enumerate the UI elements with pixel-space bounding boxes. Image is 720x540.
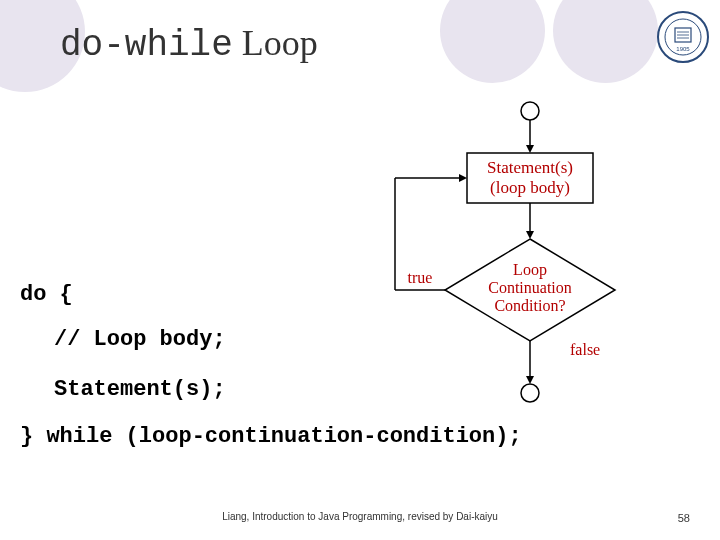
false-label: false [570,341,600,358]
code-line-statement: Statement(s); [54,375,226,406]
svg-marker-14 [459,174,467,182]
flowchart-diagram: Statement(s) (loop body) Loop Continuati… [365,95,695,405]
box-text-line2: (loop body) [490,178,570,197]
code-line-do: do { [20,280,73,311]
university-logo: 1905 [656,10,710,64]
svg-text:1905: 1905 [676,46,690,52]
decorative-circle [553,0,658,83]
svg-marker-10 [526,231,534,239]
svg-marker-8 [526,145,534,153]
diamond-text-1: Loop [513,261,547,279]
code-line-comment: // Loop body; [54,325,226,356]
svg-marker-16 [526,376,534,384]
slide-title: do-while Loop [60,22,318,66]
box-text-line1: Statement(s) [487,158,573,177]
start-node [521,102,539,120]
footer-credit: Liang, Introduction to Java Programming,… [0,511,720,522]
diamond-text-3: Condition? [494,297,565,314]
page-number: 58 [678,512,690,524]
title-text-part: Loop [233,23,318,63]
decorative-circle [440,0,545,83]
diamond-text-2: Continuation [488,279,572,296]
end-node [521,384,539,402]
title-code-part: do-while [60,25,233,66]
true-label: true [408,269,433,286]
code-line-while: } while (loop-continuation-condition); [20,422,522,453]
